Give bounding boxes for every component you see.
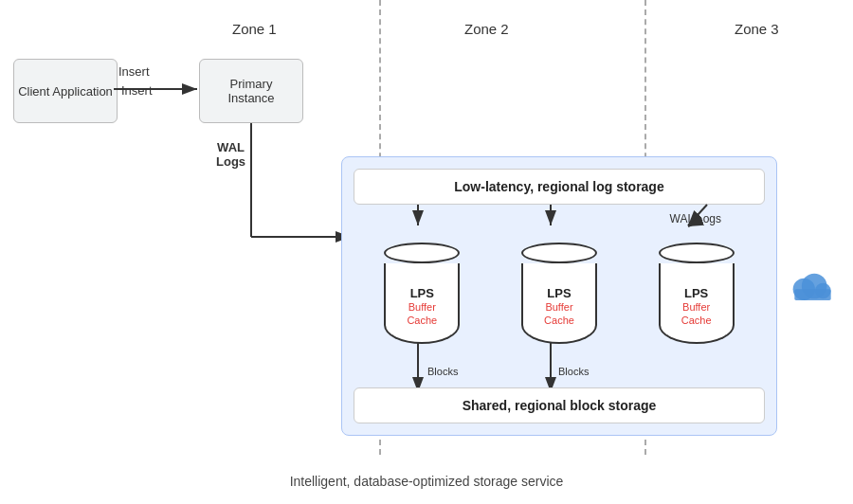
shared-storage-bar: Shared, regional block storage [354, 387, 765, 423]
svg-text:Blocks: Blocks [558, 366, 590, 377]
cylinder-body-1: LPS BufferCache [384, 263, 460, 344]
wal-logs-label: WALLogs [216, 140, 245, 169]
zone2-label: Zone 2 [464, 21, 509, 37]
lps-cylinder-3: LPS BufferCache [659, 243, 735, 347]
lps-label-3: LPS [684, 286, 708, 300]
low-latency-label: Low-latency, regional log storage [454, 179, 663, 194]
svg-rect-20 [794, 289, 830, 300]
cloud-icon [787, 267, 834, 305]
svg-text:Insert: Insert [118, 64, 150, 79]
primary-instance-box: PrimaryInstance [199, 59, 303, 123]
lps-sublabel-1: BufferCache [407, 300, 437, 328]
low-latency-bar: Low-latency, regional log storage [354, 169, 765, 205]
lps-label-1: LPS [410, 286, 434, 300]
client-app-label: Client Application [18, 84, 113, 99]
zone3-label: Zone 3 [735, 21, 779, 37]
lps-sublabel-3: BufferCache [681, 300, 712, 328]
bottom-label: Intelligent, database-optimized storage … [0, 474, 853, 489]
cylinder-top-3 [659, 243, 735, 263]
svg-text:Blocks: Blocks [427, 366, 459, 377]
lps-cylinder-2: LPS BufferCache [521, 243, 597, 347]
insert-label: Insert [121, 83, 153, 98]
cylinder-top-2 [521, 243, 597, 263]
lps-sublabel-2: BufferCache [544, 300, 574, 328]
shared-storage-label: Shared, regional block storage [463, 398, 657, 413]
cylinder-body-2: LPS BufferCache [521, 263, 597, 344]
lps-label-2: LPS [547, 286, 571, 300]
client-application-box: Client Application [13, 59, 118, 123]
zone1-label: Zone 1 [232, 21, 277, 37]
lps-cylinder-1: LPS BufferCache [384, 243, 460, 347]
cylinder-body-3: LPS BufferCache [659, 263, 735, 344]
primary-instance-label: PrimaryInstance [227, 77, 274, 105]
wal-arrow [190, 123, 360, 265]
diagram-container: Zone 1 Zone 2 Zone 3 Client Application … [0, 0, 853, 504]
lps-area: LPS BufferCache LPS BufferCache LPS Buff… [354, 224, 765, 366]
main-outer-box: Low-latency, regional log storage WAL Lo… [341, 156, 777, 436]
cylinder-top-1 [384, 243, 460, 263]
